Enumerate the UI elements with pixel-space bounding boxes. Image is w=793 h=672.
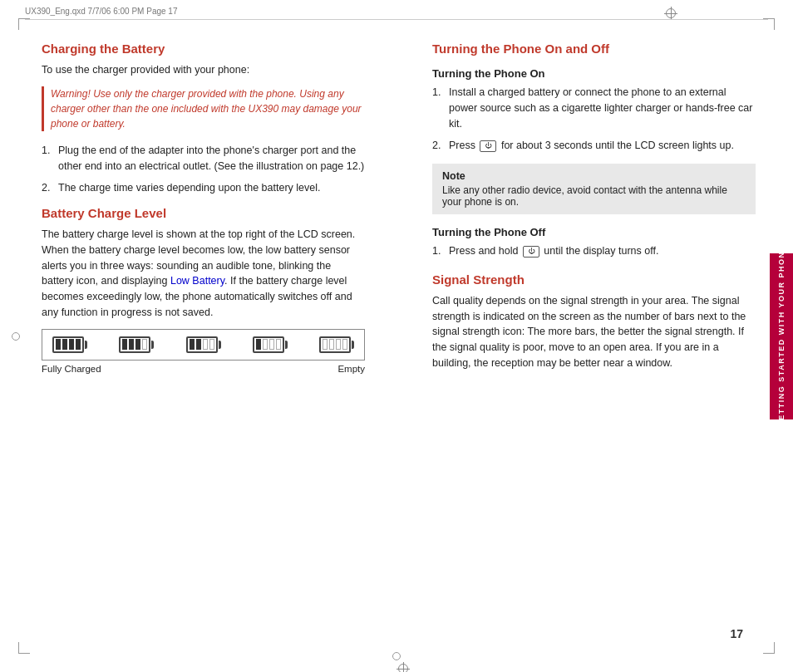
battery-2bar xyxy=(186,336,221,353)
battery-3bar xyxy=(119,336,154,353)
corner-mark-bl xyxy=(18,642,30,654)
corner-mark-tl xyxy=(18,18,30,30)
side-tab: GETTING STARTED WITH YOUR PHONE xyxy=(770,253,793,419)
note-body: Like any other radio device, avoid conta… xyxy=(442,184,746,208)
corner-mark-br xyxy=(763,642,775,654)
reg-mark-left xyxy=(12,332,20,341)
top-bar: UX390_Eng.qxd 7/7/06 6:00 PM Page 17 xyxy=(25,7,768,20)
turning-off-steps: 1. Press and hold ⏻ until the display tu… xyxy=(432,243,756,259)
turning-on-step-1: 1. Install a charged battery or connect … xyxy=(432,85,756,131)
corner-mark-tr xyxy=(763,18,775,30)
battery-section: Battery Charge Level The battery charge … xyxy=(42,206,365,374)
battery-body: The battery charge level is shown at the… xyxy=(42,227,365,321)
power-title: Turning the Phone On and Off xyxy=(432,42,756,56)
battery-full xyxy=(52,336,87,353)
signal-body: Call quality depends on the signal stren… xyxy=(432,293,756,371)
main-content: Charging the Battery To use the charger … xyxy=(42,42,756,630)
turning-off-step-1: 1. Press and hold ⏻ until the display tu… xyxy=(432,243,756,259)
charging-intro: To use the charger provided with your ph… xyxy=(42,62,365,78)
turning-on-title: Turning the Phone On xyxy=(432,67,756,80)
right-column: Turning the Phone On and Off Turning the… xyxy=(424,42,756,630)
battery-labels: Fully Charged Empty xyxy=(42,364,365,374)
turning-off-title: Turning the Phone Off xyxy=(432,226,756,238)
charging-section: Charging the Battery To use the charger … xyxy=(42,42,365,196)
battery-1bar xyxy=(253,336,288,353)
charging-step-1: 1. Plug the end of the adapter into the … xyxy=(42,143,365,174)
charging-title: Charging the Battery xyxy=(42,42,365,56)
battery-title: Battery Charge Level xyxy=(42,206,365,220)
power-button-icon-2: ⏻ xyxy=(523,246,539,258)
note-title: Note xyxy=(442,170,746,182)
note-box: Note Like any other radio device, avoid … xyxy=(432,164,756,214)
signal-title: Signal Strength xyxy=(432,272,756,287)
power-section: Turning the Phone On and Off Turning the… xyxy=(432,42,756,259)
charging-step-2: 2. The charge time varies depending upon… xyxy=(42,180,365,196)
low-battery-link: Low Battery xyxy=(170,275,224,287)
warning-block: Warning! Use only the charger provided w… xyxy=(42,86,365,131)
turning-on-steps: 1. Install a charged battery or connect … xyxy=(432,85,756,154)
side-tab-text: GETTING STARTED WITH YOUR PHONE xyxy=(777,245,786,427)
battery-empty xyxy=(319,336,354,353)
column-divider xyxy=(398,42,399,630)
battery-chart xyxy=(42,329,365,361)
power-button-icon: ⏻ xyxy=(480,140,496,152)
turning-on-step-2: 2. Press ⏻ for about 3 seconds until the… xyxy=(432,138,756,154)
battery-label-empty: Empty xyxy=(337,364,365,374)
signal-section: Signal Strength Call quality depends on … xyxy=(432,272,756,371)
left-column: Charging the Battery To use the charger … xyxy=(42,42,373,630)
charging-steps: 1. Plug the end of the adapter into the … xyxy=(42,143,365,196)
reg-mark-bottom xyxy=(392,652,401,660)
warning-text: Warning! Use only the charger provided w… xyxy=(51,86,365,131)
file-info: UX390_Eng.qxd 7/7/06 6:00 PM Page 17 xyxy=(25,7,177,16)
battery-label-full: Fully Charged xyxy=(42,364,101,374)
